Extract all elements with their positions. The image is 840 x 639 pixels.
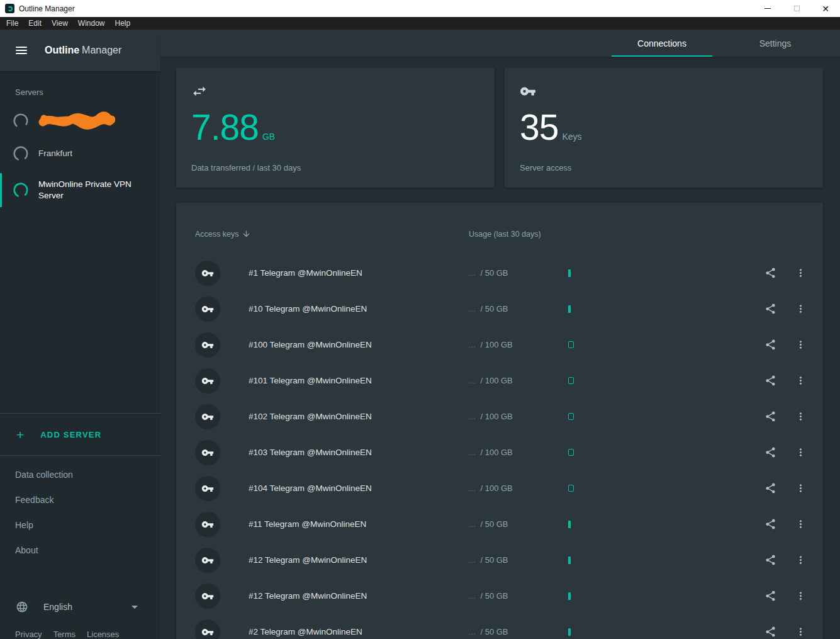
- table-row: #1 Telegram @MwinOnlineEN ... / 50 GB: [176, 255, 823, 291]
- close-button[interactable]: ✕: [811, 0, 840, 17]
- access-key-icon: [195, 368, 220, 393]
- tab-label: Settings: [759, 38, 792, 48]
- server-name: Frankfurt: [38, 148, 72, 159]
- key-icon: [520, 83, 808, 99]
- server-icon-selected: [13, 182, 29, 198]
- usage-used-value: ...: [469, 412, 478, 421]
- row-menu-button[interactable]: [793, 553, 808, 568]
- data-transferred-unit: GB: [262, 132, 275, 142]
- minimize-button[interactable]: [753, 0, 782, 17]
- usage-indicator: [568, 413, 574, 420]
- share-button[interactable]: [763, 445, 778, 460]
- usage-used-value: ...: [469, 376, 478, 385]
- sidebar-item-server-frankfurt[interactable]: Frankfurt: [0, 137, 160, 170]
- share-button[interactable]: [763, 589, 778, 604]
- usage-indicator: [568, 269, 571, 277]
- share-button[interactable]: [763, 373, 778, 388]
- share-button[interactable]: [763, 481, 778, 496]
- row-menu-button[interactable]: [793, 589, 808, 604]
- access-key-name: #11 Telegram @MwinOnlineEN: [249, 519, 469, 529]
- access-keys-header-label: Access keys: [195, 230, 238, 239]
- access-key-usage: ... / 100 GB: [469, 483, 563, 493]
- row-menu-button[interactable]: [793, 409, 808, 424]
- access-key-icon: [195, 548, 220, 573]
- share-button[interactable]: [763, 337, 778, 353]
- access-key-usage: ... / 100 GB: [469, 412, 563, 421]
- usage-used-value: ...: [469, 519, 478, 529]
- row-menu-button[interactable]: [793, 481, 808, 496]
- access-keys-sort-header[interactable]: Access keys: [195, 229, 469, 239]
- chevron-down-icon: [132, 606, 138, 609]
- share-button[interactable]: [763, 517, 778, 532]
- row-menu-button[interactable]: [793, 373, 808, 388]
- access-key-icon: [195, 584, 220, 609]
- add-server-label: ADD SERVER: [40, 430, 101, 439]
- access-key-name: #12 Telegram @MwinOnlineEN: [249, 555, 469, 565]
- share-button[interactable]: [763, 553, 778, 568]
- tab-connections[interactable]: Connections: [605, 30, 719, 57]
- table-row: #11 Telegram @MwinOnlineEN ... / 50 GB: [176, 506, 823, 542]
- sidebar-item-server-redacted[interactable]: [0, 105, 160, 137]
- globe-icon: [16, 601, 28, 613]
- menu-view[interactable]: View: [47, 19, 73, 28]
- licenses-link[interactable]: Licenses: [87, 630, 119, 639]
- hamburger-menu-button[interactable]: [16, 47, 27, 54]
- privacy-link[interactable]: Privacy: [15, 630, 42, 639]
- server-status-icon: [13, 113, 29, 129]
- access-key-usage: ... / 50 GB: [469, 519, 563, 529]
- sidebar-item-help[interactable]: Help: [0, 512, 160, 538]
- sidebar-item-feedback[interactable]: Feedback: [0, 487, 160, 512]
- menu-edit[interactable]: Edit: [23, 19, 47, 28]
- terms-link[interactable]: Terms: [53, 630, 76, 639]
- menu-window[interactable]: Window: [73, 19, 110, 28]
- share-button[interactable]: [763, 302, 778, 317]
- usage-limit-value: / 100 GB: [480, 412, 512, 421]
- row-menu-button[interactable]: [793, 445, 808, 460]
- transfer-arrows-icon: [191, 83, 479, 99]
- main-area: Connections Settings 7.88 GB: [160, 30, 840, 639]
- usage-used-value: ...: [469, 555, 478, 565]
- row-menu-button[interactable]: [793, 266, 808, 281]
- share-button[interactable]: [763, 625, 778, 639]
- access-keys-card: Access keys Usage (last 30 days) #1 Tele…: [176, 203, 823, 639]
- access-key-name: #100 Telegram @MwinOnlineEN: [249, 340, 469, 349]
- access-keys-header: Access keys Usage (last 30 days): [176, 229, 823, 239]
- usage-used-value: ...: [469, 340, 478, 349]
- access-key-usage: ... / 100 GB: [469, 376, 563, 385]
- access-key-icon: [195, 512, 220, 537]
- menu-file[interactable]: File: [1, 19, 23, 28]
- menu-help[interactable]: Help: [110, 19, 136, 28]
- logo-bold: Outline: [45, 45, 79, 55]
- table-row: #102 Telegram @MwinOnlineEN ... / 100 GB: [176, 399, 823, 434]
- access-key-usage: ... / 50 GB: [469, 268, 563, 278]
- usage-used-value: ...: [469, 483, 478, 493]
- sidebar-item-data-collection[interactable]: Data collection: [0, 462, 160, 487]
- sidebar-item-server-mwinonline[interactable]: MwinOnline Private VPN Server: [0, 170, 160, 210]
- row-menu-button[interactable]: [793, 302, 808, 317]
- maximize-button[interactable]: [782, 0, 811, 17]
- add-server-button[interactable]: + ADD SERVER: [0, 414, 160, 455]
- language-select[interactable]: English: [0, 593, 160, 621]
- row-menu-button[interactable]: [793, 625, 808, 639]
- keys-count-value: 35: [520, 110, 558, 145]
- usage-limit-value: / 100 GB: [480, 340, 512, 349]
- table-row: #10 Telegram @MwinOnlineEN ... / 50 GB: [176, 291, 823, 327]
- share-button[interactable]: [763, 409, 778, 424]
- usage-indicator: [568, 628, 571, 636]
- app-icon: [5, 4, 14, 13]
- usage-indicator: [568, 305, 571, 313]
- usage-limit-value: / 50 GB: [480, 304, 508, 314]
- tab-settings[interactable]: Settings: [719, 30, 832, 57]
- usage-used-value: ...: [469, 448, 478, 457]
- row-menu-button[interactable]: [793, 337, 808, 353]
- sidebar: OutlineManager Servers: [0, 30, 160, 639]
- top-nav: Connections Settings: [160, 30, 840, 57]
- usage-indicator: [568, 592, 571, 600]
- tab-label: Connections: [637, 38, 686, 48]
- usage-limit-value: / 50 GB: [480, 627, 508, 636]
- table-row: #12 Telegram @MwinOnlineEN ... / 50 GB: [176, 542, 823, 578]
- sidebar-item-about[interactable]: About: [0, 538, 160, 563]
- row-menu-button[interactable]: [793, 517, 808, 532]
- share-button[interactable]: [763, 266, 778, 281]
- table-row: #100 Telegram @MwinOnlineEN ... / 100 GB: [176, 327, 823, 363]
